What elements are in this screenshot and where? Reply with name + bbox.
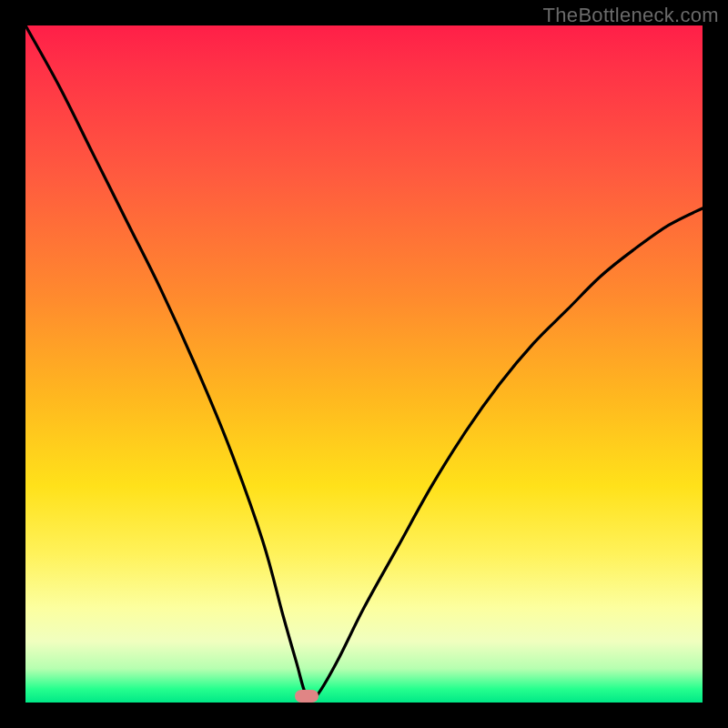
watermark-text: TheBottleneck.com xyxy=(543,4,719,27)
curve-path xyxy=(25,25,703,701)
optimal-marker-icon xyxy=(295,690,318,703)
bottleneck-curve xyxy=(25,25,703,703)
chart-frame: TheBottleneck.com xyxy=(0,0,728,728)
